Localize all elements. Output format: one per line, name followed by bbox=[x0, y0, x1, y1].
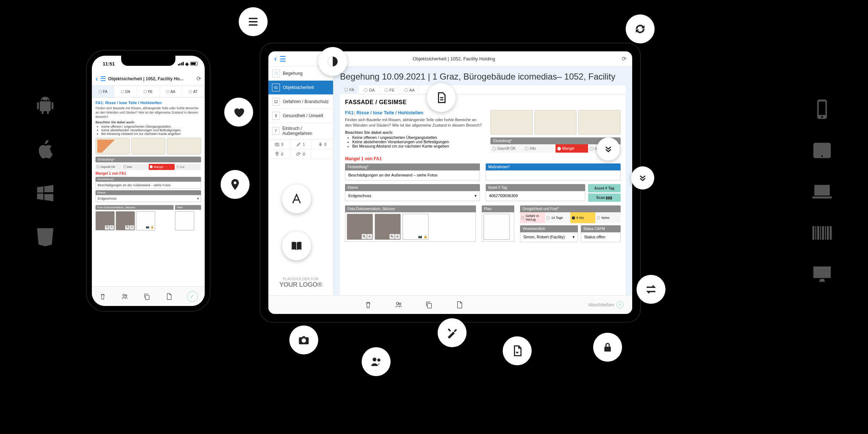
add-photo[interactable]: 📷🔒 bbox=[136, 211, 155, 230]
phone-header: ‹ ☰ Objektsicherheit | 1052, Facility Ho… bbox=[92, 72, 205, 86]
opt-nv[interactable]: n.v. bbox=[175, 164, 201, 170]
callout-doc bbox=[427, 83, 456, 112]
stat-pencil: 1 bbox=[290, 140, 312, 149]
opt-14[interactable]: 14 Tage bbox=[545, 212, 570, 223]
svg-rect-1 bbox=[819, 102, 826, 115]
close-button[interactable]: Abschließen✓ bbox=[588, 301, 624, 309]
dring-label: Dringlichkeit und Frist* bbox=[520, 205, 621, 212]
mangel-header: Mangel 1 von FA1 bbox=[95, 171, 201, 175]
svg-point-2 bbox=[821, 116, 823, 118]
users-icon bbox=[370, 355, 383, 368]
t-fa-desc: Finden sich Bauteile mit Rissen, abhänge… bbox=[345, 117, 484, 128]
photo-thumb[interactable]: ✎× bbox=[116, 211, 135, 230]
sidebar-item-einbruch[interactable]: 7Einbruch / Außengefahren bbox=[268, 123, 333, 139]
tab-aa[interactable]: AA bbox=[159, 86, 182, 97]
tab-fe[interactable]: FE bbox=[137, 86, 159, 97]
asset-label: Asset # Tag bbox=[486, 184, 585, 191]
callout-book bbox=[282, 231, 311, 260]
ebene-select[interactable]: Erdgeschoss▾ bbox=[345, 191, 480, 201]
ctab-aa[interactable]: AA bbox=[400, 85, 420, 94]
massnahmen-value[interactable] bbox=[486, 170, 621, 180]
asset-btn[interactable]: Asset # Tag bbox=[588, 184, 621, 192]
copy-icon[interactable] bbox=[143, 293, 151, 301]
t-mangel-hdr: Mangel 1 von FA1 bbox=[345, 156, 621, 161]
sidebar-item-gefahren[interactable]: 12Gefahren / Brandschutz bbox=[268, 95, 333, 109]
svg-point-21 bbox=[302, 339, 306, 343]
barcode-icon: ▮▮▮ bbox=[606, 196, 612, 200]
back-icon[interactable]: ‹ bbox=[274, 54, 277, 64]
chevron-down-icon: ▾ bbox=[475, 193, 477, 199]
book-icon bbox=[290, 239, 303, 252]
logo-placeholder: PLACEHOLDER FOR YOUR LOGO® bbox=[268, 271, 333, 295]
svg-point-16 bbox=[234, 182, 237, 184]
svg-point-18 bbox=[373, 358, 376, 362]
photo-thumb[interactable]: ✎× bbox=[347, 214, 373, 240]
svg-point-6 bbox=[125, 294, 127, 296]
plan-thumb[interactable] bbox=[484, 214, 510, 240]
sync-icon bbox=[634, 22, 647, 35]
opt-geprueft[interactable]: Geprüft OK bbox=[95, 164, 122, 170]
phone-tabs: FA DA FE AA AT bbox=[92, 86, 205, 98]
pdf-icon[interactable] bbox=[455, 301, 464, 309]
opt-8wo[interactable]: 8 Wo bbox=[570, 212, 596, 223]
sidebar-item-gesundheit[interactable]: 8Gesundheit / Umwelt bbox=[268, 109, 333, 123]
plan-thumb[interactable] bbox=[175, 211, 194, 230]
tab-da[interactable]: DA bbox=[114, 86, 137, 97]
callout-pdf bbox=[503, 336, 532, 365]
thumb bbox=[490, 110, 533, 135]
opt-geprueft[interactable]: Geprüft OK bbox=[490, 144, 523, 153]
battery-icon bbox=[190, 62, 197, 65]
trash-icon[interactable] bbox=[364, 301, 373, 309]
add-photo[interactable]: 📷🔒 bbox=[403, 214, 429, 240]
opt-info[interactable]: Info bbox=[523, 144, 556, 153]
document-icon bbox=[435, 91, 448, 104]
opt-mangel[interactable]: Mangel bbox=[556, 144, 588, 153]
users-icon[interactable] bbox=[394, 301, 403, 309]
sync-icon[interactable]: ⟳ bbox=[196, 75, 201, 82]
opt-info[interactable]: Info bbox=[122, 164, 148, 170]
t-beachten: Beachten Sie dabei auch: bbox=[345, 130, 484, 135]
ctab-da[interactable]: DA bbox=[359, 85, 379, 94]
beachten-label: Beachten Sie dabei auch: bbox=[95, 120, 201, 124]
ebene-label: Ebene bbox=[345, 184, 480, 191]
back-icon[interactable]: ‹ bbox=[95, 75, 98, 83]
tab-fa[interactable]: FA bbox=[92, 86, 114, 97]
status-value: Status offen bbox=[581, 232, 621, 242]
tools-icon bbox=[446, 326, 459, 339]
opt-keine[interactable]: keine bbox=[595, 212, 621, 223]
opt-danger[interactable]: Gefahr in Verzug bbox=[520, 212, 545, 223]
content-area: Begehung 10.09.2021 | 1 Graz, Bürogebäud… bbox=[333, 67, 632, 295]
begehung-title: Begehung 10.09.2021 | 1 Graz, Bürogebäud… bbox=[340, 72, 626, 82]
callout-menu bbox=[239, 7, 268, 36]
copy-icon[interactable] bbox=[425, 301, 433, 309]
trash-icon[interactable] bbox=[99, 293, 107, 301]
sidebar-item-objektsicherheit[interactable]: 41Objektsicherheit bbox=[268, 81, 333, 95]
photo-thumb[interactable]: ✎× bbox=[95, 211, 115, 230]
list-icon[interactable]: ☰ bbox=[100, 75, 106, 83]
callout-font bbox=[282, 184, 311, 213]
photo-thumb[interactable]: ✎× bbox=[375, 214, 401, 240]
opt-mangel[interactable]: Mangel bbox=[149, 164, 175, 170]
tab-at[interactable]: AT bbox=[182, 86, 205, 97]
ebene-select[interactable]: Erdgeschoss▾ bbox=[95, 195, 201, 202]
photo-label: Foto-Dokumentation, Skizzen bbox=[95, 205, 174, 210]
feststellung-value[interactable]: Beschädigungen an der Außenwand – siehe … bbox=[345, 170, 480, 180]
verant-select[interactable]: Simon, Robert (Facility)▾ bbox=[520, 232, 578, 242]
laptop-device-icon bbox=[810, 180, 834, 203]
users-icon[interactable] bbox=[121, 293, 129, 301]
svg-point-4 bbox=[821, 156, 823, 157]
contrast-icon bbox=[326, 55, 339, 68]
ctab-fa[interactable]: FA bbox=[340, 85, 359, 95]
asset-value[interactable]: 4062700836309 bbox=[486, 191, 585, 201]
ctab-fe[interactable]: FE bbox=[380, 85, 399, 94]
feststellung-value[interactable]: Beschädigungen an der Außenwand – siehe … bbox=[95, 182, 201, 189]
callout-tools bbox=[438, 318, 467, 347]
camera-icon bbox=[297, 333, 310, 346]
list-icon[interactable]: ☰ bbox=[280, 55, 286, 63]
scan-btn[interactable]: Scan ▮▮▮ bbox=[588, 193, 621, 202]
sync-icon[interactable]: ⟳ bbox=[622, 55, 626, 62]
dring-opts: Gefahr in Verzug 14 Tage 8 Wo keine bbox=[520, 212, 621, 223]
pdf-icon[interactable] bbox=[165, 293, 173, 301]
thumb bbox=[95, 138, 130, 154]
done-button[interactable]: ✓ bbox=[187, 291, 198, 302]
